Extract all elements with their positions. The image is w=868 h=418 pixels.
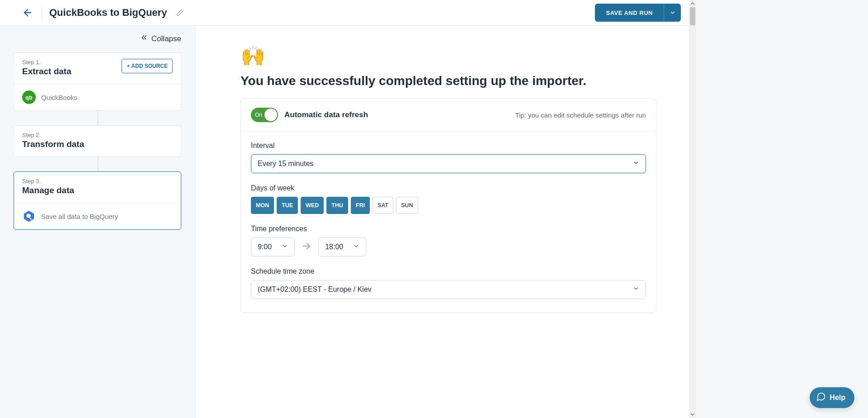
days-label: Days of week bbox=[251, 184, 646, 192]
day-toggle-sat[interactable]: SAT bbox=[373, 197, 393, 214]
app-header: QuickBooks to BigQuery SAVE AND RUN bbox=[0, 0, 696, 26]
auto-refresh-toggle[interactable]: On bbox=[251, 108, 278, 122]
schedule-tip: Tip: you can edit schedule settings afte… bbox=[515, 111, 646, 119]
schedule-card-header: On Automatic data refresh Tip: you can e… bbox=[241, 99, 656, 132]
step-title: Extract data bbox=[22, 66, 71, 76]
time-end-select[interactable]: 18:00 bbox=[318, 238, 366, 256]
bigquery-icon bbox=[22, 209, 36, 223]
timezone-label: Schedule time zone bbox=[251, 267, 646, 276]
connector-line bbox=[98, 111, 98, 125]
svg-point-1 bbox=[26, 214, 30, 218]
celebration-emoji: 🙌 bbox=[241, 44, 669, 67]
day-toggle-tue[interactable]: TUE bbox=[277, 197, 298, 214]
step-card-manage: Step 3. Manage data Save all data to Big… bbox=[14, 171, 181, 230]
add-source-button[interactable]: + ADD SOURCE bbox=[122, 59, 173, 73]
window-scrollbar[interactable] bbox=[689, 0, 696, 418]
toggle-knob bbox=[264, 109, 277, 121]
header-left: QuickBooks to BigQuery bbox=[21, 6, 184, 19]
toggle-state-label: On bbox=[255, 112, 262, 118]
header-right: SAVE AND RUN bbox=[595, 4, 681, 22]
schedule-card: On Automatic data refresh Tip: you can e… bbox=[241, 98, 656, 313]
step-label: Step 1. bbox=[22, 59, 71, 66]
interval-label: Interval bbox=[251, 142, 646, 150]
step-head-extract[interactable]: Step 1. Extract data + ADD SOURCE bbox=[14, 53, 181, 84]
collapse-icon bbox=[141, 34, 148, 43]
time-end-value: 18:00 bbox=[325, 243, 343, 251]
days-of-week-row: MONTUEWEDTHUFRISATSUN bbox=[251, 197, 646, 214]
chevron-down-icon bbox=[633, 285, 639, 294]
step-title: Manage data bbox=[22, 185, 74, 195]
day-toggle-fri[interactable]: FRI bbox=[351, 197, 370, 214]
day-toggle-thu[interactable]: THU bbox=[326, 197, 348, 214]
destination-row-bigquery[interactable]: Save all data to BigQuery bbox=[14, 203, 181, 229]
step-title: Transform data bbox=[22, 139, 84, 149]
time-start-value: 9:00 bbox=[258, 243, 272, 251]
step-label: Step 3. bbox=[22, 178, 74, 185]
collapse-sidebar-button[interactable]: Collapse bbox=[14, 34, 181, 43]
sidebar: Collapse Step 1. Extract data + ADD SOUR… bbox=[0, 26, 195, 418]
arrow-right-icon bbox=[301, 241, 312, 253]
timezone-select[interactable]: (GMT+02:00) EEST - Europe / Kiev bbox=[251, 280, 646, 299]
connector-line bbox=[98, 157, 98, 171]
day-toggle-mon[interactable]: MON bbox=[251, 197, 274, 214]
step-label: Step 2. bbox=[22, 132, 84, 138]
source-name: QuickBooks bbox=[41, 94, 77, 101]
day-toggle-wed[interactable]: WED bbox=[301, 197, 324, 214]
chevron-down-icon bbox=[282, 243, 288, 251]
destination-text: Save all data to BigQuery bbox=[41, 213, 118, 220]
auto-refresh-label: Automatic data refresh bbox=[284, 110, 368, 119]
chevron-down-icon bbox=[353, 243, 359, 251]
step-card-transform: Step 2. Transform data bbox=[14, 125, 181, 157]
collapse-label: Collapse bbox=[151, 34, 181, 43]
interval-select[interactable]: Every 15 minutes bbox=[251, 154, 646, 173]
edit-title-icon[interactable] bbox=[176, 9, 184, 17]
chevron-down-icon bbox=[633, 160, 639, 168]
source-row-quickbooks[interactable]: qb QuickBooks bbox=[14, 84, 181, 110]
save-and-run-button[interactable]: SAVE AND RUN bbox=[595, 4, 664, 22]
interval-value: Every 15 minutes bbox=[258, 160, 314, 168]
step-head-transform[interactable]: Step 2. Transform data bbox=[14, 126, 181, 157]
hero-title: You have successfully completed setting … bbox=[241, 74, 669, 88]
back-arrow-icon[interactable] bbox=[21, 7, 32, 18]
time-label: Time preferences bbox=[251, 225, 646, 233]
time-start-select[interactable]: 9:00 bbox=[251, 238, 295, 256]
main-panel: 🙌 You have successfully completed settin… bbox=[195, 26, 696, 418]
step-head-manage[interactable]: Step 3. Manage data bbox=[14, 172, 181, 203]
scrollbar-thumb[interactable] bbox=[690, 7, 695, 25]
save-and-run-dropdown[interactable] bbox=[664, 4, 681, 22]
step-card-extract: Step 1. Extract data + ADD SOURCE qb Qui… bbox=[14, 52, 181, 111]
vertical-divider bbox=[42, 6, 42, 19]
timezone-value: (GMT+02:00) EEST - Europe / Kiev bbox=[258, 285, 372, 294]
page-title: QuickBooks to BigQuery bbox=[49, 7, 167, 19]
day-toggle-sun[interactable]: SUN bbox=[396, 197, 418, 214]
quickbooks-icon: qb bbox=[22, 90, 36, 104]
